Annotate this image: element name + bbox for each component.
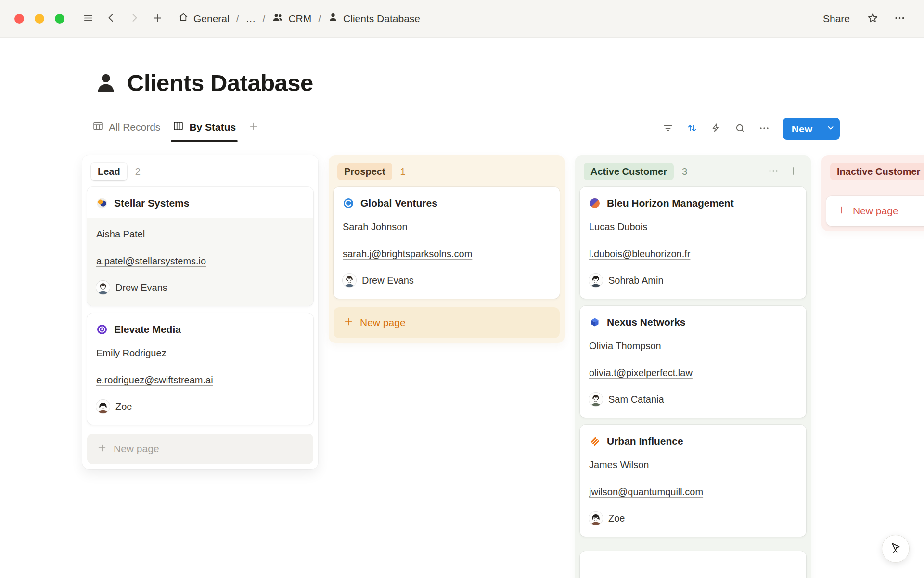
owner-row: Zoe — [96, 400, 304, 413]
contact-email: sarah.j@brightsparksolns.com — [343, 247, 472, 261]
page-icon-person[interactable] — [94, 71, 117, 94]
minimize-window-button[interactable] — [35, 14, 44, 24]
page-header: Clients Database — [0, 69, 924, 96]
card-title-row: Nexus Networks — [580, 306, 806, 337]
sort-button[interactable] — [682, 118, 702, 139]
column-count-active-customer: 3 — [682, 166, 687, 177]
ellipsis-icon — [894, 12, 906, 26]
breadcrumb-separator: / — [262, 13, 267, 25]
company-name: Urban Influence — [607, 434, 683, 448]
card-partially-visible[interactable] — [580, 551, 806, 578]
owner-row: Zoe — [589, 512, 797, 525]
card-title-row: Urban Influence — [580, 425, 806, 456]
arrow-left-icon — [105, 12, 117, 25]
card-body: Aisha Patel a.patel@stellarsystems.io Dr… — [87, 218, 313, 306]
owner-row: Sohrab Amin — [589, 274, 797, 287]
view-toolbar: New — [658, 118, 840, 140]
zoom-window-button[interactable] — [55, 14, 64, 24]
card-list: Bleu Horizon Management Lucas Dubois l.d… — [580, 187, 806, 578]
card-list: Stellar Systems Aisha Patel a.patel@stel… — [87, 187, 313, 425]
owner-name: Zoe — [608, 512, 625, 525]
avatar-drew-evans — [343, 274, 356, 287]
breadcrumb-item-crm[interactable]: CRM — [268, 9, 315, 28]
new-tab-button[interactable] — [147, 9, 167, 29]
people-icon — [272, 12, 283, 26]
column-header-actions — [765, 163, 802, 180]
help-button[interactable] — [882, 535, 910, 563]
card-stellar-systems[interactable]: Stellar Systems Aisha Patel a.patel@stel… — [87, 187, 313, 306]
person-icon — [328, 12, 338, 25]
avatar-zoe — [589, 512, 603, 525]
page-title[interactable]: Clients Database — [127, 69, 313, 96]
card-body: Lucas Dubois l.dubois@bleuhorizon.fr Soh… — [580, 218, 806, 299]
card-global-ventures[interactable]: Global Ventures Sarah Johnson sarah.j@br… — [334, 187, 560, 299]
new-record-label[interactable]: New — [783, 118, 821, 140]
card-urban-influence[interactable]: Urban Influence James Wilson jwilson@qua… — [580, 425, 806, 537]
contact-name: James Wilson — [589, 458, 797, 472]
owner-name: Drew Evans — [116, 281, 167, 294]
breadcrumb-ellipsis[interactable]: … — [242, 10, 260, 27]
view-tabs: All Records By Status — [88, 116, 264, 142]
contact-email: a.patel@stellarsystems.io — [96, 254, 206, 268]
card-bleu-horizon-management[interactable]: Bleu Horizon Management Lucas Dubois l.d… — [580, 187, 806, 299]
column-header-prospect: Prospect 1 — [334, 160, 560, 187]
owner-name: Sam Catania — [608, 393, 664, 406]
status-chip-inactive-customer[interactable]: Inactive Customer — [830, 163, 924, 180]
lightning-icon — [710, 122, 721, 135]
search-button[interactable] — [730, 118, 750, 139]
forward-button[interactable] — [124, 9, 144, 29]
status-chip-lead[interactable]: Lead — [91, 163, 127, 180]
column-header-active-customer: Active Customer 3 — [580, 160, 806, 187]
company-name: Global Ventures — [360, 197, 437, 210]
filter-button[interactable] — [658, 118, 678, 139]
elevate-media-logo-icon — [96, 324, 108, 335]
card-list: Global Ventures Sarah Johnson sarah.j@br… — [334, 187, 560, 299]
automation-button[interactable] — [706, 118, 726, 139]
owner-row: Sam Catania — [589, 393, 797, 406]
ellipsis-icon — [768, 165, 779, 178]
board-column-active-customer: Active Customer 3 Bleu Horizon Managemen… — [575, 155, 811, 578]
new-record-dropdown-button[interactable] — [821, 118, 840, 140]
star-icon — [867, 12, 879, 26]
sidebar-toggle-button[interactable] — [78, 9, 98, 29]
column-header-inactive-customer: Inactive Customer — [826, 160, 924, 187]
new-page-button-lead[interactable]: New page — [87, 434, 313, 464]
card-body: James Wilson jwilson@quantumquill.com Zo… — [580, 456, 806, 537]
tab-by-status[interactable]: By Status — [168, 116, 241, 142]
card-nexus-networks[interactable]: Nexus Networks Olivia Thompson olivia.t@… — [580, 306, 806, 418]
new-record-button[interactable]: New — [783, 118, 840, 140]
owner-name: Zoe — [116, 400, 132, 413]
view-more-button[interactable] — [754, 118, 774, 139]
filter-icon — [662, 122, 674, 135]
more-options-button[interactable] — [889, 9, 910, 29]
search-icon — [734, 122, 746, 135]
cursor-doodle-icon — [889, 541, 902, 556]
favorite-button[interactable] — [862, 9, 883, 29]
tab-all-records[interactable]: All Records — [88, 116, 165, 142]
contact-name: Olivia Thompson — [589, 339, 797, 353]
share-button[interactable]: Share — [817, 10, 856, 27]
column-add-card-button[interactable] — [785, 163, 802, 180]
avatar-sohrab-amin — [589, 274, 603, 287]
add-view-button[interactable] — [244, 118, 264, 140]
sort-icon — [686, 122, 698, 135]
status-chip-prospect[interactable]: Prospect — [337, 163, 392, 180]
breadcrumb-separator: / — [317, 13, 322, 25]
avatar-zoe — [96, 400, 110, 413]
new-page-button-prospect[interactable]: New page — [334, 307, 560, 338]
window-titlebar: General / … / CRM / Clients Database Sha… — [0, 0, 924, 38]
card-title-row: Stellar Systems — [87, 187, 313, 218]
breadcrumb-item-general[interactable]: General — [174, 9, 233, 28]
close-window-button[interactable] — [14, 14, 24, 24]
ellipsis-icon — [758, 122, 770, 135]
breadcrumb-item-clients-database[interactable]: Clients Database — [324, 9, 424, 28]
board-column-prospect: Prospect 1 Global Ventures Sarah Johnson… — [329, 155, 565, 343]
column-more-button[interactable] — [765, 163, 782, 180]
plus-icon — [97, 443, 107, 456]
status-chip-active-customer[interactable]: Active Customer — [584, 163, 674, 180]
new-page-button-inactive[interactable]: New page — [826, 196, 924, 226]
back-button[interactable] — [101, 9, 121, 29]
contact-email: e.rodriguez@swiftstream.ai — [96, 373, 213, 387]
card-elevate-media[interactable]: Elevate Media Emily Rodriguez e.rodrigue… — [87, 313, 313, 425]
contact-email: olivia.t@pixelperfect.law — [589, 366, 693, 380]
